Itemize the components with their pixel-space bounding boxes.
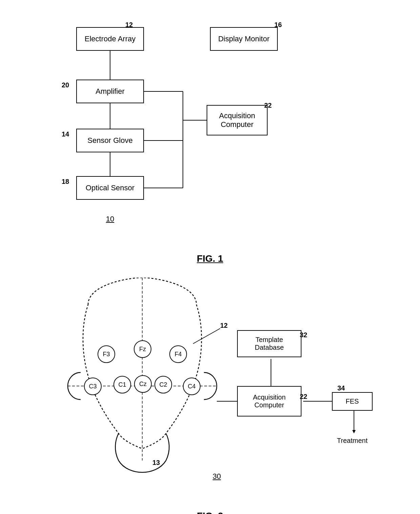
ref-sensor-glove: 14 [62, 130, 69, 138]
electrode-fz: Fz [134, 340, 151, 358]
electrode-c2: C2 [154, 376, 172, 393]
electrode-cz: Cz [134, 375, 152, 393]
fig1-title: FIG. 1 [14, 253, 406, 264]
template-database-label: Template Database [242, 336, 297, 351]
ref-electrode: 12 [125, 21, 133, 29]
electrode-c4: C4 [183, 378, 201, 395]
svg-line-19 [193, 328, 220, 344]
ref2-head: 13 [152, 459, 160, 467]
electrode-array-box: Electrode Array [76, 27, 144, 51]
system-ref-10: 10 [76, 215, 144, 223]
ref2-fes: 34 [337, 384, 345, 392]
acquisition-computer-label: Acquisition Computer [213, 111, 261, 129]
display-monitor-label: Display Monitor [218, 35, 270, 43]
electrode-f3: F3 [98, 345, 115, 363]
acquisition-computer2-box: Acquisition Computer [237, 386, 301, 416]
ref2-acquisition: 22 [300, 393, 307, 401]
optical-sensor-label: Optical Sensor [86, 184, 134, 192]
sensor-glove-box: Sensor Glove [76, 129, 144, 152]
acquisition-computer2-label: Acquisition Computer [242, 393, 297, 409]
ref-optical: 18 [62, 178, 69, 186]
ref-acquisition: 22 [264, 102, 272, 109]
optical-sensor-box: Optical Sensor [76, 176, 144, 200]
ref-display: 16 [274, 21, 282, 29]
template-database-box: Template Database [237, 330, 301, 357]
display-monitor-box: Display Monitor [210, 27, 278, 51]
electrode-f4: F4 [169, 345, 187, 363]
sensor-glove-label: Sensor Glove [87, 136, 132, 145]
fig2-title: FIG. 2 [14, 511, 406, 514]
fes-box: FES [332, 392, 373, 411]
ref2-template: 32 [300, 331, 307, 339]
ref2-electrode: 12 [220, 322, 228, 329]
treatment-label: Treatment [332, 437, 373, 445]
electrode-c1: C1 [113, 376, 131, 393]
electrode-c3: C3 [84, 378, 102, 395]
amplifier-box: Amplifier [76, 80, 144, 103]
system-ref-30: 30 [183, 472, 251, 481]
ref-amplifier: 20 [62, 81, 69, 89]
electrode-array-label: Electrode Array [85, 35, 135, 43]
acquisition-computer-box: Acquisition Computer [207, 105, 268, 135]
fes-label: FES [346, 398, 359, 405]
svg-marker-18 [352, 430, 356, 433]
amplifier-label: Amplifier [96, 87, 125, 96]
